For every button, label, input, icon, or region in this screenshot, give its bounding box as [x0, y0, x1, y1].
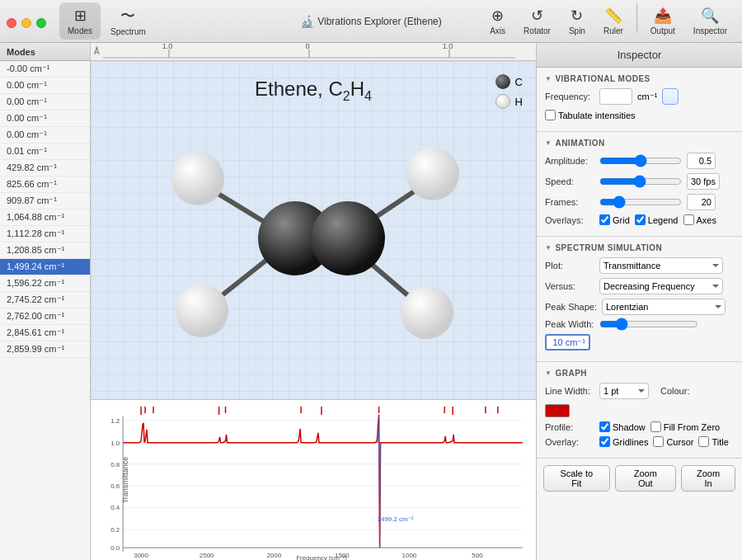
- mode-item-8[interactable]: 909.87 cm⁻¹: [0, 193, 90, 209]
- mode-item-5[interactable]: 0.01 cm⁻¹: [0, 144, 90, 160]
- inspector-label: Inspector: [693, 26, 727, 35]
- spectrum-button[interactable]: 〜 Spectrum: [102, 2, 154, 40]
- svg-text:2000: 2000: [266, 552, 281, 559]
- mode-item-7[interactable]: 825.66 cm⁻¹: [0, 176, 90, 193]
- zoom-in-button[interactable]: Zoom In: [681, 465, 735, 492]
- modes-icon: ⊞: [74, 7, 87, 25]
- ruler-icon: 📏: [604, 7, 622, 25]
- spin-button[interactable]: ↻ Spin: [561, 3, 594, 39]
- mode-item-1[interactable]: 0.00 cm⁻¹: [0, 78, 90, 94]
- mode-item-6[interactable]: 429.82 cm⁻¹: [0, 160, 90, 176]
- peak-width-value: 10 cm⁻¹: [545, 334, 590, 351]
- gridlines-checkbox[interactable]: [599, 436, 610, 447]
- svg-point-14: [311, 201, 385, 275]
- cursor-label[interactable]: Cursor: [653, 436, 693, 447]
- fill-from-zero-label[interactable]: Fill From Zero: [650, 421, 720, 432]
- mode-item-17[interactable]: 2,859.99 cm⁻¹: [0, 341, 90, 358]
- plot-select[interactable]: Transmittance: [599, 257, 723, 274]
- frames-slider[interactable]: [599, 197, 682, 207]
- maximize-button[interactable]: [36, 18, 46, 28]
- modes-list[interactable]: -0.00 cm⁻¹0.00 cm⁻¹0.00 cm⁻¹0.00 cm⁻¹0.0…: [0, 61, 90, 560]
- tabulate-intensities-label[interactable]: Tabulate intensities: [545, 110, 636, 120]
- rotator-button[interactable]: ↺ Rotator: [515, 3, 559, 39]
- minimize-button[interactable]: [21, 18, 31, 28]
- close-button[interactable]: [7, 18, 16, 28]
- scale-to-fit-button[interactable]: Scale to Fit: [543, 465, 610, 492]
- molecule-svg: [91, 61, 536, 399]
- animation-section: ANIMATION Amplitude: 0.5 Speed: 30 fps F…: [537, 132, 742, 237]
- modes-panel-header: Modes: [0, 43, 90, 61]
- amplitude-label: Amplitude:: [545, 156, 594, 166]
- grid-label[interactable]: Grid: [599, 214, 630, 225]
- legend-label[interactable]: Legend: [635, 214, 679, 225]
- ruler-label: Ruler: [603, 26, 623, 35]
- tabulate-intensities-checkbox[interactable]: [545, 110, 556, 120]
- axes-checkbox[interactable]: [683, 214, 694, 225]
- svg-text:2500: 2500: [200, 552, 214, 559]
- svg-point-15: [171, 153, 224, 205]
- axes-label[interactable]: Axes: [683, 214, 716, 225]
- shadow-label[interactable]: Shadow: [599, 421, 646, 432]
- axis-button[interactable]: ⊕ Axis: [481, 3, 514, 39]
- peak-width-slider[interactable]: [599, 319, 698, 329]
- mode-item-2[interactable]: 0.00 cm⁻¹: [0, 94, 90, 111]
- svg-text:500: 500: [472, 552, 483, 559]
- svg-text:0: 0: [305, 43, 309, 50]
- bottom-buttons: Scale to Fit Zoom Out Zoom In: [537, 459, 742, 498]
- fill-from-zero-checkbox[interactable]: [650, 421, 661, 432]
- svg-text:1.0: 1.0: [162, 43, 172, 50]
- mode-item-15[interactable]: 2,762.00 cm⁻¹: [0, 308, 90, 325]
- amplitude-slider[interactable]: [599, 156, 682, 166]
- frequency-input[interactable]: [599, 88, 632, 105]
- zoom-out-button[interactable]: Zoom Out: [615, 465, 676, 492]
- line-width-select[interactable]: 1 pt 2 pt: [599, 383, 649, 399]
- graph-area[interactable]: Transmittance: [91, 399, 536, 560]
- peak-shape-select[interactable]: Lorentzian: [602, 299, 726, 315]
- inspector-header: Inspector: [537, 43, 742, 68]
- toolbar-right: ⊕ Axis ↺ Rotator ↻ Spin 📏 Ruler 📤 Output…: [481, 3, 735, 39]
- peak-width-row: Peak Width: 10 cm⁻¹: [545, 319, 734, 351]
- mode-item-14[interactable]: 2,745.22 cm⁻¹: [0, 292, 90, 308]
- modes-button[interactable]: ⊞ Modes: [59, 2, 101, 40]
- svg-text:3000: 3000: [134, 552, 148, 559]
- plot-row: Plot: Transmittance: [545, 257, 734, 274]
- mode-item-12[interactable]: 1,499.24 cm⁻¹: [0, 259, 90, 275]
- overlays-row: Overlays: Grid Legend Axes: [545, 214, 734, 225]
- title-checkbox[interactable]: [698, 436, 709, 447]
- title-label[interactable]: Title: [698, 436, 728, 447]
- titlebar: ⊞ Modes 〜 Spectrum 🔬 Vibrations Explorer…: [0, 0, 742, 43]
- speed-slider[interactable]: [599, 176, 682, 186]
- app-icon: 🔬: [300, 15, 314, 28]
- traffic-lights: [7, 15, 46, 28]
- mol-view[interactable]: Ethene, C2H4 C H: [91, 61, 536, 399]
- ruler-button[interactable]: 📏 Ruler: [595, 3, 632, 39]
- inspector-button[interactable]: 🔍 Inspector: [685, 3, 735, 39]
- frequency-select[interactable]: [662, 88, 679, 105]
- output-button[interactable]: 📤 Output: [642, 3, 683, 39]
- graph-title: GRAPH: [545, 369, 734, 378]
- peak-shape-label: Peak Shape:: [545, 302, 597, 312]
- mode-item-9[interactable]: 1,064.88 cm⁻¹: [0, 209, 90, 226]
- mode-item-4[interactable]: 0.00 cm⁻¹: [0, 127, 90, 144]
- shadow-checkbox[interactable]: [599, 421, 610, 432]
- axis-label: Axis: [490, 26, 505, 35]
- output-label: Output: [650, 26, 675, 35]
- mode-item-13[interactable]: 1,596.22 cm⁻¹: [0, 275, 90, 292]
- versus-select[interactable]: Decreasing Frequency: [599, 278, 723, 294]
- svg-text:1.2: 1.2: [110, 417, 120, 425]
- svg-text:1499.2 cm⁻¹: 1499.2 cm⁻¹: [378, 515, 414, 523]
- mode-item-3[interactable]: 0.00 cm⁻¹: [0, 111, 90, 127]
- modes-label: Modes: [68, 26, 92, 35]
- grid-checkbox[interactable]: [599, 214, 610, 225]
- frequency-unit: cm⁻¹: [637, 92, 657, 102]
- mode-item-0[interactable]: -0.00 cm⁻¹: [0, 61, 90, 78]
- mode-item-10[interactable]: 1,112.28 cm⁻¹: [0, 226, 90, 242]
- cursor-checkbox[interactable]: [653, 436, 664, 447]
- gridlines-label[interactable]: Gridlines: [599, 436, 648, 447]
- frequency-row: Frequency: cm⁻¹ Tabulate intensities: [545, 88, 734, 120]
- colour-swatch[interactable]: [545, 404, 570, 417]
- mode-item-16[interactable]: 2,845.61 cm⁻¹: [0, 325, 90, 341]
- legend-checkbox[interactable]: [635, 214, 646, 225]
- ruler-marks: 1.0 0 1.0: [103, 43, 515, 61]
- mode-item-11[interactable]: 1,208.85 cm⁻¹: [0, 242, 90, 259]
